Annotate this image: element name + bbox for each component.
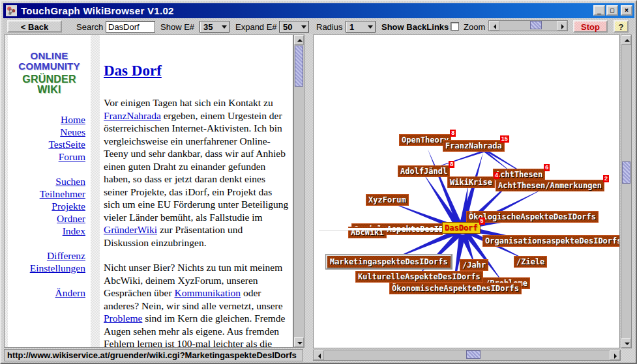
radius-select[interactable]: 1 — [346, 21, 376, 33]
minimize-button[interactable]: _ — [593, 5, 605, 16]
expand-e-label: Expand E# — [235, 22, 277, 32]
graph-node--kologischeaspektedesidorfs[interactable]: ÖkologischeAspekteDesIDorfs — [466, 211, 599, 223]
graph-hscroll-thumb[interactable] — [466, 350, 481, 359]
graph-node-adolfj-ndl[interactable]: AdolfJändl8 — [398, 165, 450, 177]
sidebar-link-index[interactable]: Index — [63, 225, 85, 236]
graph-node-xyzforum[interactable]: XyzForum — [366, 194, 409, 206]
graph-node-label: OrganisationsaspekteDesIDorfs — [485, 236, 620, 245]
help-button[interactable]: ? — [614, 20, 629, 33]
sidebar-link-einstellungen[interactable]: Einstellungen — [30, 262, 85, 273]
status-bar: http://www.wikiservice.at/gruender/wiki.… — [4, 349, 303, 361]
wiki-link-franznahrada[interactable]: FranzNahrada — [104, 110, 161, 121]
show-e-label: Show E# — [160, 22, 194, 32]
wiki-scrollbar-thumb[interactable] — [295, 46, 303, 87]
arrow-right-icon[interactable] — [610, 350, 620, 360]
sidebar-link-teilnehmer[interactable]: Teilnehmer — [40, 188, 85, 199]
app-window: { "window": { "title": "TouchGraph WikiB… — [0, 0, 637, 364]
chevron-down-icon — [301, 25, 306, 29]
sidebar-link-ordner[interactable]: Ordner — [57, 213, 85, 224]
arrow-up-icon[interactable] — [621, 35, 631, 45]
status-url: http://www.wikiservice.at/gruender/wiki.… — [7, 350, 297, 360]
wiki-logo: ONLINE COMMUNITY GRÜNDER WIKI — [8, 51, 91, 95]
arrow-down-icon[interactable] — [621, 338, 631, 348]
graph-node-kulturelleaspektedesidorfs[interactable]: KulturelleAspekteDesIDorfs — [355, 271, 483, 283]
graph-node-franznahrada[interactable]: FranzNahrada15 — [443, 140, 505, 152]
sidebar-link-ändern[interactable]: Ändern — [55, 287, 86, 298]
zoom-slider-thumb[interactable] — [530, 21, 542, 29]
sidebar-link-home[interactable]: Home — [61, 114, 85, 125]
wiki-link-kommunikation[interactable]: Kommunikation — [174, 287, 241, 298]
graph-node-label: FranzNahrada — [445, 141, 502, 150]
wiki-scrollbar-vertical[interactable] — [293, 35, 304, 348]
arrow-up-icon[interactable] — [294, 35, 304, 45]
page-title: Das Dorf — [104, 63, 289, 79]
arrow-left-icon[interactable] — [489, 21, 499, 31]
graph-scrollbar-horizontal[interactable] — [313, 350, 621, 361]
graph-node-organisationsaspektedesidorfs[interactable]: OrganisationsaspekteDesIDorfs — [482, 235, 620, 247]
sidebar-link-projekte[interactable]: Projekte — [52, 201, 85, 212]
show-e-value: 35 — [203, 22, 213, 32]
graph-node-label: MarketingaspekteDesIDorfs — [330, 257, 448, 266]
zoom-label: Zoom — [464, 22, 485, 32]
graph-node-label: DasDorf — [445, 223, 478, 232]
wiki-nav: HomeNeuesTestSeiteForumSuchenTeilnehmerP… — [8, 113, 91, 299]
arrow-left-icon[interactable] — [314, 350, 324, 360]
graph-node-marketingaspektedesidorfs[interactable]: MarketingaspekteDesIDorfs — [326, 255, 452, 269]
expand-e-value: 50 — [283, 22, 292, 32]
close-button[interactable]: × — [621, 5, 632, 16]
graph-scrollbar-vertical[interactable] — [621, 35, 632, 348]
chevron-down-icon — [368, 25, 373, 29]
graph-node-label: ÖkologischeAspekteDesIDorfs — [469, 212, 596, 221]
graph-node-label: WikiKrise — [450, 178, 492, 187]
logo-line: ONLINE — [8, 51, 91, 61]
window-title: TouchGraph WikiBrowser V1.02 — [21, 5, 174, 16]
touchgraph-canvas[interactable]: AchtThesen6OpenTheory8FranzNahrada15Adol… — [313, 35, 620, 348]
sidebar-link-neues[interactable]: Neues — [60, 126, 85, 137]
page-title-link[interactable]: Das Dorf — [104, 63, 162, 79]
wiki-link-probleme[interactable]: Probleme — [104, 313, 142, 324]
graph-node-wikikrise[interactable]: WikiKrise4 — [447, 176, 495, 188]
app-icon — [6, 5, 17, 16]
search-label: Search — [76, 22, 103, 32]
graph-node-label: OpenTheory — [402, 135, 449, 145]
article-paragraph: Vor einigen Tagen hat sich ein Kontakt z… — [104, 96, 289, 249]
graph-node-label: /Ziele — [516, 257, 544, 266]
graph-node-label: AchtThesen/Anmerkungen — [498, 181, 602, 190]
backlinks-checkbox[interactable] — [451, 22, 459, 31]
stop-button[interactable]: Stop — [573, 20, 608, 33]
arrow-down-icon[interactable] — [294, 337, 304, 347]
zoom-slider-track[interactable] — [499, 21, 557, 31]
expand-e-select[interactable]: 50 — [279, 21, 309, 33]
sidebar-link-forum[interactable]: Forum — [59, 151, 85, 162]
sidebar-link-suchen[interactable]: Suchen — [55, 176, 85, 187]
graph-edges — [314, 35, 619, 348]
wiki-page-panel: ONLINE COMMUNITY GRÜNDER WIKI HomeNeuesT… — [4, 35, 293, 348]
graph-node--konomischeaspektedesidorfs[interactable]: ÖkonomischeAspekteDesIDorfs — [389, 283, 522, 294]
graph-hscroll-track[interactable] — [324, 350, 610, 360]
logo-line: WIKI — [8, 85, 91, 95]
graph-node-label: XyzForum — [368, 195, 406, 204]
radius-value: 1 — [349, 22, 354, 32]
show-e-select[interactable]: 35 — [200, 21, 230, 33]
graph-node--jahr[interactable]: /Jahr — [460, 259, 488, 271]
sidebar-link-differenz[interactable]: Differenz — [47, 250, 85, 261]
backlinks-label: Show BackLinks — [381, 22, 449, 32]
graph-node--ziele[interactable]: /Ziele — [514, 256, 547, 268]
edge-count-badge: 6 — [544, 164, 550, 171]
logo-line: GRÜNDER — [8, 74, 91, 85]
graph-node-achtthesen[interactable]: AchtThesen6 — [493, 169, 545, 180]
search-input[interactable] — [106, 21, 155, 33]
graph-scrollbar-thumb[interactable] — [622, 161, 630, 184]
graph-node-label: AchtThesen — [496, 170, 542, 179]
maximize-button[interactable]: □ — [606, 5, 618, 16]
zoom-slider[interactable] — [488, 20, 568, 31]
edge-count-badge: 15 — [500, 135, 509, 143]
arrow-right-icon[interactable] — [557, 21, 567, 31]
sidebar-link-testseite[interactable]: TestSeite — [48, 139, 85, 150]
graph-node-achtthesen-anmerkungen[interactable]: AchtThesen/Anmerkungen2 — [496, 180, 604, 191]
back-button[interactable]: < Back — [7, 20, 62, 33]
edge-count-badge: 8 — [449, 161, 454, 168]
graph-node-dasdorf[interactable]: DasDorf5 — [442, 222, 481, 234]
wiki-link-gründerwiki[interactable]: GründerWiki — [104, 224, 157, 235]
title-bar[interactable]: TouchGraph WikiBrowser V1.02 _ □ × — [3, 3, 634, 18]
